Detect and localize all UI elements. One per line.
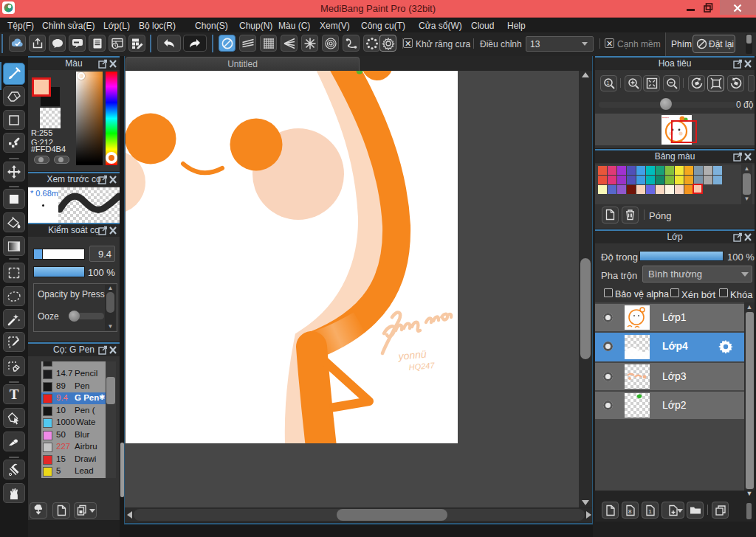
svg-text:▪▪▪▪▪▪▪: ▪▪▪▪▪▪▪: [662, 117, 669, 119]
svg-text:1: 1: [648, 508, 652, 515]
svg-text:yonnü: yonnü: [397, 348, 427, 362]
svg-text:1: 1: [606, 80, 609, 86]
svg-text:8: 8: [628, 508, 631, 515]
